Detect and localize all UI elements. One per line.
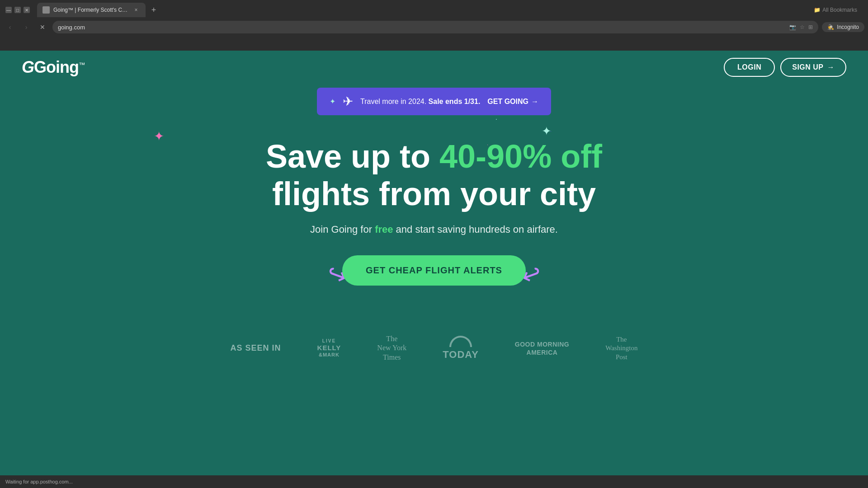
login-button[interactable]: LOGIN	[724, 58, 775, 77]
logo[interactable]: GGoing™	[22, 58, 85, 77]
incognito-label: Incognito	[837, 24, 859, 30]
media-kelly-mark: LIVE KELLY &MARK	[317, 338, 341, 358]
kelly-mark-names: KELLY	[317, 344, 341, 352]
url-text: going.com	[58, 24, 786, 31]
sparkle-teal-large: ✦	[542, 124, 552, 138]
folder-icon: 📁	[814, 7, 821, 13]
wapo-text: TheWashingtonPost	[605, 335, 637, 362]
minimize-button[interactable]: —	[5, 7, 12, 13]
tab-favicon	[42, 6, 50, 14]
promo-cta-link[interactable]: GET GOING →	[487, 98, 538, 106]
tab-title: Going™ | Formerly Scott's Chea	[53, 7, 128, 13]
hero-subtitle: Join Going for free and start saving hun…	[9, 224, 859, 235]
address-bar[interactable]: going.com 📷 ☆ ⊞	[52, 21, 818, 33]
incognito-button[interactable]: 🕵 Incognito	[822, 22, 864, 32]
promo-banner-wrap: ✦ ✈ Travel more in 2024. Sale ends 1/31.…	[0, 88, 868, 115]
signup-arrow-icon: →	[827, 63, 835, 71]
media-wapo: TheWashingtonPost	[605, 335, 637, 362]
reload-button[interactable]: ✕	[36, 21, 49, 33]
kelly-mark-live: LIVE	[317, 338, 341, 344]
promo-banner[interactable]: ✦ ✈ Travel more in 2024. Sale ends 1/31.…	[317, 88, 551, 115]
hero-title-part1: Save up to	[266, 138, 439, 174]
cta-area: ↩ GET CHEAP FLIGHT ALERTS ↪	[9, 255, 859, 286]
promo-plane-icon: ✈	[343, 94, 353, 109]
bookmarks-area: 📁 All Bookmarks	[814, 7, 857, 13]
camera-off-icon: 📷	[789, 24, 796, 30]
browser-chrome: — □ ✕ Going™ | Formerly Scott's Chea × +…	[0, 0, 868, 51]
new-tab-button[interactable]: +	[147, 4, 160, 16]
active-tab[interactable]: Going™ | Formerly Scott's Chea ×	[37, 3, 146, 17]
hero-title-highlight: 40-90% off	[439, 138, 602, 174]
promo-bold-text: Sale ends 1/31.	[429, 98, 481, 105]
hero-title-part2: flights from your city	[272, 176, 596, 212]
promo-normal-text: Travel more in 2024.	[360, 98, 426, 105]
rainbow-arc	[449, 336, 472, 347]
media-nyt: TheNew YorkTimes	[377, 334, 406, 362]
forward-button[interactable]: ›	[20, 21, 33, 33]
signup-button[interactable]: SIGN UP →	[780, 58, 846, 77]
nav-buttons: LOGIN SIGN UP →	[724, 58, 846, 77]
as-seen-in-section: AS SEEN IN LIVE KELLY &MARK TheNew YorkT…	[0, 313, 868, 384]
kelly-mark-and: &MARK	[317, 352, 341, 358]
today-rainbow: TODAY	[443, 336, 479, 361]
promo-cta-arrow-icon: →	[531, 98, 538, 106]
media-gma: GOOD MORNINGAMERICA	[515, 340, 569, 357]
hero-section: ✦ · · · ✦ Save up to 40-90% off flights …	[0, 115, 868, 304]
sparkle-purple-dot: ·	[550, 129, 552, 134]
media-today: TODAY	[443, 336, 479, 361]
as-seen-in-label: AS SEEN IN	[231, 343, 281, 353]
bookmarks-label: All Bookmarks	[822, 7, 857, 13]
today-text: TODAY	[443, 349, 479, 361]
maximize-button[interactable]: □	[14, 7, 21, 13]
sidebar-icon: ⊞	[808, 24, 813, 30]
bookmark-icon: ☆	[800, 24, 805, 30]
sparkle-teal-dot: ·	[495, 115, 497, 122]
promo-text: Travel more in 2024. Sale ends 1/31.	[360, 98, 480, 106]
hero-subtitle-part2: and start saving hundreds on airfare.	[393, 224, 557, 235]
hero-title: Save up to 40-90% off flights from your …	[9, 138, 859, 213]
status-bar: Waiting for app.posthog.com...	[0, 475, 868, 488]
promo-cta-label: GET GOING	[487, 98, 528, 106]
close-tab-button[interactable]: ×	[132, 6, 140, 14]
logo-text: GGoing™	[22, 58, 85, 77]
address-bar-row: ‹ › ✕ going.com 📷 ☆ ⊞ 🕵 Incognito	[0, 20, 868, 34]
tab-bar: Going™ | Formerly Scott's Chea × +	[33, 2, 807, 18]
gma-text: GOOD MORNINGAMERICA	[515, 340, 569, 357]
incognito-icon: 🕵	[827, 24, 834, 30]
get-cheap-flights-button[interactable]: GET CHEAP FLIGHT ALERTS	[342, 255, 526, 286]
site-nav: GGoing™ LOGIN SIGN UP →	[0, 51, 868, 84]
hero-subtitle-part1: Join Going for	[310, 224, 375, 235]
website: GGoing™ LOGIN SIGN UP → ✦ ✈ Travel more …	[0, 51, 868, 488]
hero-free-text: free	[375, 224, 393, 235]
promo-sparkle-left: ✦	[330, 97, 335, 106]
window-controls: — □ ✕	[5, 7, 30, 13]
signup-label: SIGN UP	[792, 63, 823, 71]
close-window-button[interactable]: ✕	[24, 7, 30, 13]
title-bar: — □ ✕ Going™ | Formerly Scott's Chea × +…	[0, 0, 868, 20]
logo-tm: ™	[79, 61, 85, 68]
status-text: Waiting for app.posthog.com...	[5, 479, 73, 484]
back-button[interactable]: ‹	[4, 21, 16, 33]
